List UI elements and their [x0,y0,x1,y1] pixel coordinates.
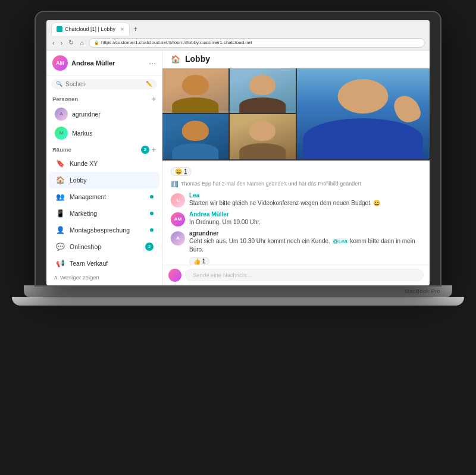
screen-bezel: Chatcloud [1] | Lobby ✕ + ‹ › ↻ ⌂ 🔒 http… [36,12,440,285]
laptop-chin [12,297,464,306]
sidebar-item-team-verkauf[interactable]: 📢 Team Verkauf [49,255,159,272]
emoji-count: 1 [184,168,187,175]
team-verkauf-label: Team Verkauf [70,260,154,267]
agrundner-avatar: A [55,108,68,121]
tab-title: Chatcloud [1] | Lobby [65,26,115,32]
emoji-reaction-row: 😄 1 [171,165,421,176]
management-icon: 👥 [55,191,65,202]
chat-message-lea: L Lea Starten wir bitte gleich ne Videok… [171,192,421,207]
lobby-icon: 🏠 [55,175,65,185]
sidebar-item-management[interactable]: 👥 Management [49,188,159,205]
tab-bar: Chatcloud [1] | Lobby ✕ + [46,20,430,36]
room-header: 🏠 Lobby [162,51,430,68]
markus-avatar: M [55,127,68,140]
tab-favicon [57,26,62,32]
sidebar-item-onlineshop[interactable]: 💬 Onlineshop 2 [49,238,159,255]
video-cell-4 [230,114,296,159]
lea-msg-text: Starten wir bitte gleich ne Videokonfere… [189,199,421,207]
url-text: https://customer1.chatcloud.net/#/room/#… [101,40,252,45]
management-dot [150,195,154,199]
sidebar-item-marketing[interactable]: 📱 Marketing [49,205,159,222]
system-msg-text: Thomas Epp hat 2-mal den Namen geändert … [181,181,361,187]
browser-window: Chatcloud [1] | Lobby ✕ + ‹ › ↻ ⌂ 🔒 http… [46,20,430,285]
lobby-label: Lobby [70,177,154,184]
sidebar-item-markus[interactable]: M Markus [49,124,159,143]
ag-reaction[interactable]: 👍 1 [189,257,209,265]
active-tab[interactable]: Chatcloud [1] | Lobby ✕ [51,23,130,36]
message-input-row: Sende eine Nachricht... [162,265,430,285]
search-row[interactable]: 🔍 ✏️ [51,79,157,89]
lea-msg-body: Lea Starten wir bitte gleich ne Videokon… [189,192,421,207]
sidebar-item-lobby[interactable]: 🏠 Lobby [49,172,159,188]
address-bar: ‹ › ↻ ⌂ 🔒 https://customer1.chatcloud.ne… [46,36,430,50]
am-sender-1: Andrea Müller [189,211,421,218]
am-msg-text-1: In Ordnung. Um 10.00 Uhr. [189,218,421,227]
sidebar-item-montagsbesprechung[interactable]: 👤 Montagsbesprechung [49,222,159,238]
reload-button[interactable]: ↻ [67,39,75,46]
onlineshop-badge: 2 [145,243,154,251]
kunde-xy-label: Kunde XY [70,160,154,167]
message-input[interactable]: Sende eine Nachricht... [185,269,424,281]
team-verkauf-icon: 📢 [55,258,65,269]
add-room-button[interactable]: + [152,146,156,154]
lea-avatar: L [171,193,185,207]
sidebar: AM Andrea Müller ··· 🔍 ✏️ Personen + [46,51,162,285]
system-message: ℹ️ Thomas Epp hat 2-mal den Namen geände… [171,180,421,188]
management-label: Management [70,193,146,200]
message-input-placeholder: Sende eine Nachricht... [193,272,252,278]
ag-msg-text: Geht sich aus. Um 10.30 Uhr kommt noch e… [189,237,421,254]
add-person-button[interactable]: + [152,95,156,103]
marketing-icon: 📱 [55,208,65,219]
room-title: Lobby [185,54,210,64]
laptop-brand-label: MacBook Pro [405,288,440,294]
info-icon: ℹ️ [171,181,178,187]
sidebar-item-agrundner[interactable]: A agrundner [49,105,159,124]
onlineshop-icon: 💬 [55,241,65,252]
user-avatar: AM [52,55,68,71]
chat-area: 😄 1 ℹ️ Thomas Epp hat 2-mal den Namen ge… [162,161,430,265]
tab-close-button[interactable]: ✕ [120,27,124,32]
am-msg-body-1: Andrea Müller In Ordnung. Um 10.00 Uhr. [189,211,421,227]
ag-avatar: A [171,231,185,246]
raeume-label: Räume [52,146,71,153]
url-bar[interactable]: 🔒 https://customer1.chatcloud.net/#/room… [89,38,425,48]
compose-icon[interactable]: ✏️ [146,81,152,87]
ag-sender: agrundner [189,230,421,237]
video-grid [162,68,430,161]
input-avatar [168,269,181,282]
raeume-badge: 2 [141,146,149,154]
room-header-icon: 🏠 [171,55,180,64]
agrundner-label: agrundner [72,111,154,118]
sidebar-item-kunde-xy[interactable]: 🔖 Kunde XY [49,155,159,172]
sidebar-header: AM Andrea Müller ··· [46,51,162,76]
home-button[interactable]: ⌂ [79,39,85,46]
marketing-dot [150,212,154,215]
montagsbesprechung-dot [150,228,154,232]
marketing-label: Marketing [70,210,146,217]
search-icon: 🔍 [56,81,62,87]
main-content: 🏠 Lobby [162,51,430,285]
emoji-reaction[interactable]: 😄 1 [171,167,192,176]
back-button[interactable]: ‹ [51,39,56,46]
am-avatar-1: AM [171,212,185,227]
montagsbesprechung-label: Montagsbesprechung [70,227,146,234]
show-less-label: Weniger zeigen [60,274,99,281]
chevron-up-icon: ∧ [54,274,58,281]
laptop-base: MacBook Pro [24,285,452,297]
sidebar-username: Andrea Müller [71,59,145,67]
sidebar-more-button[interactable]: ··· [149,58,156,68]
raeume-section: Räume 2 + [46,143,162,155]
browser-chrome: Chatcloud [1] | Lobby ✕ + ‹ › ↻ ⌂ 🔒 http… [46,20,430,51]
new-tab-button[interactable]: + [131,25,140,33]
video-cell-3 [162,114,228,159]
lea-sender: Lea [189,192,421,199]
forward-button[interactable]: › [60,39,64,46]
video-cell-2 [230,68,296,114]
video-cell-large [297,68,430,159]
search-input[interactable] [65,81,143,87]
markus-label: Markus [72,130,154,137]
show-less-button[interactable]: ∧ Weniger zeigen [46,272,162,285]
video-cell-1 [162,68,228,114]
kunde-xy-icon: 🔖 [55,158,65,169]
onlineshop-label: Onlineshop [70,243,141,250]
